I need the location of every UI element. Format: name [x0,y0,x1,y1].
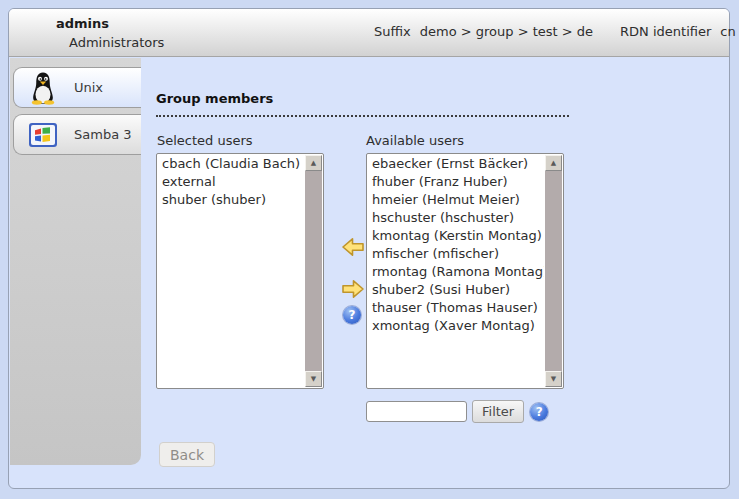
tab-samba3-label: Samba 3 [74,127,132,142]
filter-row: Filter ? [366,400,548,423]
list-item[interactable]: shuber (shuber) [158,191,304,209]
filter-help-icon[interactable]: ? [530,403,548,421]
rdn-identifier-label: RDN identifier [620,24,711,39]
main-container: admins Administrators Suffix demo > grou… [8,8,730,489]
selected-users-label: Selected users [157,133,253,148]
page-subtitle: Administrators [69,35,164,50]
page-title: admins [56,16,109,31]
tux-icon [27,71,59,105]
selected-users-scrollbar[interactable]: ▲ ▼ [305,155,322,387]
scroll-up-icon[interactable]: ▲ [545,155,562,171]
arrow-left-icon [341,237,365,257]
list-item[interactable]: thauser (Thomas Hauser) [368,299,544,317]
selected-users-listbox[interactable]: cbach (Claudia Bach)externalshuber (shub… [156,153,324,389]
list-item[interactable]: shuber2 (Susi Huber) [368,281,544,299]
list-item[interactable]: cbach (Claudia Bach) [158,155,304,173]
filter-input[interactable] [366,401,467,422]
list-item[interactable]: ebaecker (Ernst Bäcker) [368,155,544,173]
scroll-up-icon[interactable]: ▲ [305,155,322,171]
scroll-down-icon[interactable]: ▼ [545,371,562,387]
section-title: Group members [156,91,569,117]
suffix-breadcrumb: demo > group > test > de [420,24,593,39]
add-to-selected-button[interactable] [341,237,365,257]
list-item[interactable]: fhuber (Franz Huber) [368,173,544,191]
available-users-label: Available users [366,133,464,148]
tab-samba3[interactable]: Samba 3 [13,114,141,155]
list-item[interactable]: kmontag (Kerstin Montag) [368,227,544,245]
tab-unix[interactable]: Unix [13,67,141,108]
header: admins Administrators Suffix demo > grou… [9,9,729,57]
list-item[interactable]: xmontag (Xaver Montag) [368,317,544,335]
sidebar: Unix Samba 3 [10,58,141,465]
rdn-identifier-value: cn [720,24,735,39]
available-users-items: ebaecker (Ernst Bäcker)fhuber (Franz Hub… [368,155,544,387]
available-users-listbox[interactable]: ebaecker (Ernst Bäcker)fhuber (Franz Hub… [366,153,564,389]
members-help-icon[interactable]: ? [343,306,361,324]
arrow-right-icon [341,279,365,299]
available-users-scrollbar[interactable]: ▲ ▼ [545,155,562,387]
selected-users-items: cbach (Claudia Bach)externalshuber (shub… [158,155,304,387]
suffix-label: Suffix [374,24,411,39]
filter-button[interactable]: Filter [472,400,524,423]
list-item[interactable]: hschuster (hschuster) [368,209,544,227]
list-item[interactable]: mfischer (mfischer) [368,245,544,263]
remove-from-selected-button[interactable] [341,279,365,299]
scroll-down-icon[interactable]: ▼ [305,371,322,387]
list-item[interactable]: rmontag (Ramona Montag) [368,263,544,281]
windows-icon [27,118,59,152]
back-button[interactable]: Back [159,442,215,467]
list-item[interactable]: external [158,173,304,191]
header-right: Suffix demo > group > test > de RDN iden… [374,22,739,40]
page: { "header": { "title": "admins", "subtit… [0,0,739,499]
list-item[interactable]: hmeier (Helmut Meier) [368,191,544,209]
tab-unix-label: Unix [74,80,103,95]
